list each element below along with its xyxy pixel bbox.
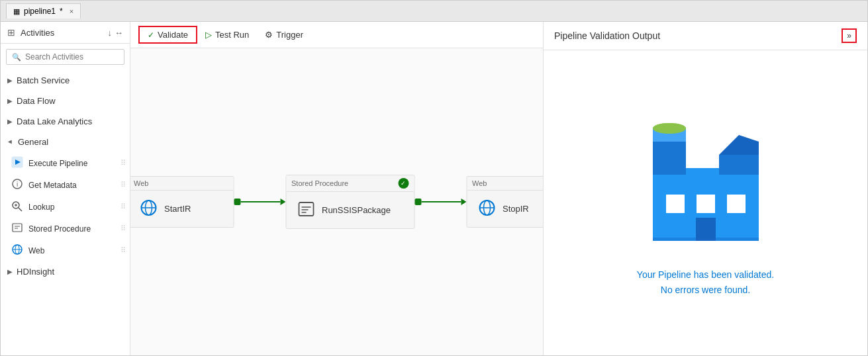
lookup-label: Lookup: [28, 202, 54, 212]
execute-pipeline-icon: [11, 156, 23, 170]
connector-1-dot: [234, 199, 240, 205]
category-general[interactable]: ▼ General: [1, 132, 130, 152]
node-start-ir-type: Web: [134, 179, 148, 187]
batch-service-arrow: ▶: [7, 77, 13, 84]
validation-message-line1: Your Pipeline has been validated.: [637, 267, 774, 282]
web-icon: [11, 244, 23, 257]
collapse-icon[interactable]: ↓: [108, 28, 113, 38]
node-run-ssis-header: Stored Procedure ✓: [286, 175, 414, 192]
node-stop-ir-icon: [477, 199, 496, 219]
activity-stored-procedure[interactable]: Stored Procedure ⠿: [1, 218, 130, 240]
node-start-ir-icon: [139, 199, 158, 219]
svg-marker-31: [719, 135, 759, 155]
activity-lookup[interactable]: Lookup ⠿: [1, 196, 130, 218]
category-hdinsight[interactable]: ▶ HDInsight: [1, 261, 130, 282]
validation-header: Pipeline Validation Output »: [544, 22, 867, 50]
pipeline-tab-close[interactable]: ×: [70, 7, 73, 15]
pipeline-canvas[interactable]: Web StartIR: [130, 48, 543, 355]
svg-text:i: i: [17, 181, 18, 188]
collapse-chevron-icon: »: [847, 31, 851, 40]
svg-line-5: [19, 208, 22, 211]
search-icon: 🔍: [12, 53, 21, 62]
node-run-ssis-icon: [297, 200, 315, 220]
node-run-ssis-success: ✓: [398, 178, 409, 189]
category-data-flow[interactable]: ▶ Data Flow: [1, 91, 130, 111]
test-run-label: Test Run: [215, 30, 249, 40]
get-metadata-icon: i: [11, 178, 23, 192]
arrow-head-2: [461, 199, 466, 205]
general-arrow: ▼: [7, 139, 14, 146]
data-lake-label: Data Lake Analytics: [17, 116, 92, 126]
split-icon[interactable]: ↔: [115, 28, 123, 38]
pipeline-node-stop-ir[interactable]: Web StopIR: [466, 176, 543, 228]
activities-icon: ⊞: [7, 27, 15, 38]
sidebar-header: ⊞ Activities ↓ ↔: [1, 22, 130, 44]
pipeline-tab-icon: ▦: [13, 7, 20, 16]
activity-execute-pipeline[interactable]: Execute Pipeline ⠿: [1, 152, 130, 174]
node-stop-ir-type: Web: [472, 179, 487, 187]
pipeline-tab-modified: *: [60, 7, 63, 16]
connector-2-dot: [414, 199, 421, 205]
stored-procedure-icon: [11, 222, 23, 236]
search-activities-box[interactable]: 🔍: [6, 49, 124, 65]
trigger-icon: ⚙: [265, 30, 273, 40]
test-run-icon: ▷: [205, 30, 212, 40]
svg-rect-25: [653, 142, 686, 175]
connector-1: [234, 199, 285, 205]
svg-rect-8: [13, 224, 22, 232]
pipeline-flow: Web StartIR: [130, 175, 543, 229]
sidebar-title: Activities: [21, 28, 54, 38]
category-batch-service[interactable]: ▶ Batch Service: [1, 70, 130, 91]
node-stop-ir-header: Web: [467, 177, 543, 191]
lookup-drag: ⠿: [121, 202, 126, 211]
arrow-head-1: [280, 199, 285, 205]
hdinsight-arrow: ▶: [7, 268, 13, 275]
validation-collapse-button[interactable]: »: [842, 28, 857, 43]
activity-categories: ▶ Batch Service ▶ Data Flow ▶ Data Lake …: [1, 70, 130, 282]
activity-get-metadata[interactable]: i Get Metadata ⠿: [1, 174, 130, 196]
activities-sidebar: ⊞ Activities ↓ ↔ 🔍 ▶ Batch Service: [1, 22, 130, 355]
node-run-ssis-type: Stored Procedure: [291, 179, 348, 187]
validate-check-icon: ✓: [148, 30, 154, 40]
validate-label: Validate: [158, 30, 188, 40]
trigger-button[interactable]: ⚙ Trigger: [257, 27, 311, 42]
general-label: General: [18, 137, 48, 147]
pipeline-canvas-area: ✓ Validate ▷ Test Run ⚙ Trigger: [130, 22, 543, 355]
node-start-ir-body: StartIR: [130, 191, 233, 227]
lookup-icon: [11, 200, 23, 214]
hdinsight-label: HDInsight: [17, 267, 54, 277]
svg-rect-32: [666, 195, 685, 213]
node-stop-ir-label: StopIR: [503, 204, 529, 214]
svg-rect-36: [653, 238, 759, 241]
svg-rect-34: [727, 195, 746, 213]
execute-pipeline-drag: ⠿: [121, 159, 126, 167]
validation-message-line2: No errors were found.: [637, 283, 774, 297]
trigger-label: Trigger: [276, 30, 303, 40]
test-run-button[interactable]: ▷ Test Run: [197, 27, 257, 42]
svg-rect-35: [696, 218, 716, 241]
pipeline-node-start-ir[interactable]: Web StartIR: [130, 176, 234, 228]
get-metadata-label: Get Metadata: [28, 181, 77, 190]
activity-web[interactable]: Web ⠿: [1, 240, 130, 261]
factory-illustration: [640, 109, 772, 254]
arrow-line-1: [240, 201, 280, 202]
validation-message: Your Pipeline has been validated. No err…: [637, 267, 774, 297]
sidebar-actions[interactable]: ↓ ↔: [108, 28, 124, 38]
pipeline-toolbar: ✓ Validate ▷ Test Run ⚙ Trigger: [130, 22, 543, 48]
validate-button[interactable]: ✓ Validate: [138, 26, 197, 44]
get-metadata-drag: ⠿: [121, 181, 126, 189]
node-run-ssis-label: RunSSISPackage: [322, 205, 391, 215]
search-activities-input[interactable]: [25, 52, 119, 62]
execute-pipeline-label: Execute Pipeline: [28, 159, 87, 168]
web-drag: ⠿: [121, 246, 126, 255]
validation-title: Pipeline Validation Output: [554, 30, 660, 41]
data-flow-label: Data Flow: [17, 96, 56, 106]
svg-rect-33: [697, 195, 715, 213]
pipeline-node-run-ssis[interactable]: Stored Procedure ✓ RunSSISPackage: [285, 175, 414, 229]
category-data-lake-analytics[interactable]: ▶ Data Lake Analytics: [1, 111, 130, 132]
node-stop-ir-body: StopIR: [467, 191, 543, 227]
validation-content: Your Pipeline has been validated. No err…: [544, 50, 867, 355]
stored-procedure-label: Stored Procedure: [28, 224, 91, 234]
pipeline-tab[interactable]: ▦ pipeline1 * ×: [6, 3, 81, 19]
svg-point-30: [653, 123, 686, 134]
